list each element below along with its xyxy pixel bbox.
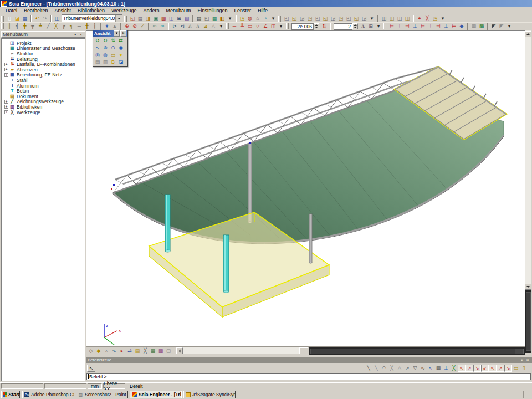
close-icon[interactable]: × (525, 357, 530, 362)
tabellen-icon[interactable]: ⊞ (175, 15, 183, 22)
spinner-arrows[interactable] (314, 23, 319, 29)
gelenk-1-icon[interactable]: ⊢ (419, 23, 427, 30)
lager-3-icon[interactable]: ⊣ (403, 23, 411, 30)
menu-menuebaum[interactable]: Menübaum (163, 7, 195, 14)
overflow-icon[interactable]: ▾ (375, 23, 382, 30)
task-explorer[interactable]: J:\Seagate Sync\SyncRe... (183, 391, 236, 398)
bildexport-icon[interactable]: ◧ (218, 15, 226, 22)
toolbar-grip[interactable] (1, 23, 4, 29)
fe-netz-anzeigen-icon[interactable]: ▦ (149, 347, 157, 355)
loeschen-icon[interactable]: ╳ (423, 15, 431, 22)
close-icon[interactable]: × (78, 32, 84, 37)
snap-raster-icon[interactable]: ▦ (434, 365, 442, 372)
kopieren-icon[interactable]: ◳ (238, 15, 246, 22)
fang-knoten-icon[interactable]: ↖ (489, 365, 497, 372)
menu-bibliotheken[interactable]: Bibliotheken (74, 7, 108, 14)
knoten-anzeigen-icon[interactable]: ▵ (103, 347, 110, 355)
tree-item-projekt[interactable]: ◫ Projekt (2, 40, 85, 46)
viewport-horizontal-scrollbar[interactable] (183, 347, 299, 354)
speichern-ansicht-icon[interactable]: ▦ (470, 23, 478, 30)
benannte-ansicht-icon[interactable]: B (109, 59, 117, 66)
feder-icon[interactable]: ⊣ (434, 23, 442, 30)
tree-expander[interactable] (4, 89, 8, 93)
messen-icon[interactable]: ⊿ (202, 23, 209, 30)
skalierung-spinner[interactable]: 2e-006 (291, 23, 319, 30)
papierraum-icon[interactable]: ▣ (152, 15, 160, 22)
pin-icon[interactable]: ▪ (73, 32, 78, 37)
projektmanager-icon[interactable]: ◫ (53, 15, 61, 22)
fang-linie-icon[interactable]: ↗ (497, 365, 504, 372)
fang-mittelpunkt-icon[interactable]: ↗ (466, 365, 473, 372)
tree-expander[interactable]: + (4, 63, 8, 66)
kopplung-icon[interactable]: ⊨ (450, 23, 458, 30)
linien-icon[interactable]: ┇ (91, 23, 99, 30)
bildgalerie-icon[interactable]: ▦ (211, 15, 218, 22)
flaeche-icon[interactable]: ▲ (111, 23, 119, 30)
statusbar-units[interactable]: mm (88, 383, 102, 389)
tree-item-werkzeuge[interactable]: + ╳ Werkzeuge (2, 110, 85, 115)
verbinden-icon[interactable]: ∞ (151, 23, 158, 30)
zoom-auswahl-icon[interactable]: ◍ (101, 52, 109, 59)
ansicht-einstellung-icon[interactable]: ▤ (94, 59, 101, 66)
menu-fenster[interactable]: Fenster (231, 7, 255, 14)
drehen-vertikal-icon[interactable]: ⇅ (109, 37, 117, 44)
command-cursor-icon[interactable]: ↖ (87, 365, 95, 372)
overflow-icon[interactable]: ▾ (439, 15, 447, 22)
tree-item-absenzen[interactable]: + ▰ Absenzen (2, 67, 85, 73)
geschoss-icon[interactable]: ◮ (359, 23, 367, 30)
menu-datei[interactable]: Datei (2, 7, 21, 14)
ansicht-drucken-icon[interactable]: ▥ (101, 59, 109, 66)
tree-expander[interactable] (4, 57, 8, 61)
flaechenfarben-icon[interactable]: ▩ (157, 347, 165, 355)
combo-dropdown-icon[interactable] (115, 15, 122, 22)
snap-endpunkt-icon[interactable]: ╲ (372, 365, 380, 372)
overflow-icon[interactable]: ▾ (368, 15, 376, 22)
snap-bogen-icon[interactable]: ◠ (380, 365, 388, 372)
snap-flaeche-icon[interactable]: ▽ (411, 365, 419, 372)
fenster-10-icon[interactable]: ◱ (352, 15, 360, 22)
tree-expander[interactable] (4, 94, 8, 98)
fenster-6-icon[interactable]: ◱ (321, 15, 329, 22)
modellwerkzeug-icon[interactable]: ╳ (141, 347, 149, 355)
menu-bearbeiten[interactable]: Bearbeiten (21, 7, 52, 14)
auswahl-plus-icon[interactable]: ⊕ (123, 23, 131, 30)
viewport-vertical-scrollbar[interactable] (525, 30, 531, 284)
layout-icon[interactable]: ▧ (183, 15, 191, 22)
fang-zentrum-icon[interactable]: ↙ (481, 365, 489, 372)
ebenen-icon[interactable]: ◭ (186, 23, 194, 30)
snap-abbrechen-icon[interactable]: ╳ (388, 365, 396, 372)
licht-icon[interactable]: ● (117, 52, 125, 59)
raster-icon[interactable]: ⊞ (367, 23, 375, 30)
overflow-icon[interactable]: ▾ (226, 15, 234, 22)
tree-item-beton[interactable]: T Beton (2, 88, 85, 94)
zoom-fenster-icon[interactable]: ◉ (117, 44, 125, 52)
tree-expander[interactable] (4, 41, 8, 45)
snap-dreieck-icon[interactable]: △ (396, 365, 403, 372)
fenster-4-icon[interactable]: ◳ (306, 15, 314, 22)
darstellung-gerendert-icon[interactable]: ◆ (95, 347, 103, 355)
tree-expander[interactable]: + (4, 73, 8, 77)
perspektive-icon[interactable]: ◪ (117, 59, 125, 66)
dark-vertical-scrollbar[interactable] (525, 290, 531, 353)
tree-item-berechnung[interactable]: + ▦ Berechnung, FE-Netz (2, 73, 85, 78)
tree-item-struktur[interactable]: ⌐ Struktur (2, 51, 85, 57)
overflow-icon[interactable]: ▾ (277, 23, 285, 30)
fenster-1-icon[interactable]: ◰ (283, 15, 290, 22)
fenster-2-icon[interactable]: ◱ (290, 15, 298, 22)
chevron-down-icon[interactable]: ▾ (114, 30, 120, 37)
fang-punkt-icon[interactable]: ↘ (504, 365, 512, 372)
anzahl-spinner[interactable]: 2 (334, 23, 358, 30)
ansicht-palette-header[interactable]: Ansicht ▾ × (93, 30, 127, 37)
lokale-achsen-icon[interactable]: ⇄ (126, 347, 134, 355)
rahmen-icon[interactable]: ┓ (68, 23, 75, 30)
kreis-icon[interactable]: ○ (254, 23, 262, 30)
trennen-icon[interactable]: ∞ (158, 23, 166, 30)
tree-item-linienraster[interactable]: ▦ Linienraster und Geschosse (2, 46, 85, 52)
toleranz-icon[interactable]: ⇅ (320, 23, 328, 30)
toolbar-grip[interactable] (226, 23, 229, 29)
fang-box-icon[interactable]: ▭ (512, 365, 520, 372)
snap-linie-icon[interactable]: ╲ (365, 365, 372, 372)
tree-item-zeichnungswerkzeuge[interactable]: + ╱ Zeichnungswerkzeuge (2, 99, 85, 105)
toolbar-grip[interactable] (383, 23, 386, 29)
task-paint[interactable]: ▨ Screenshot2 - Paint (76, 391, 128, 398)
